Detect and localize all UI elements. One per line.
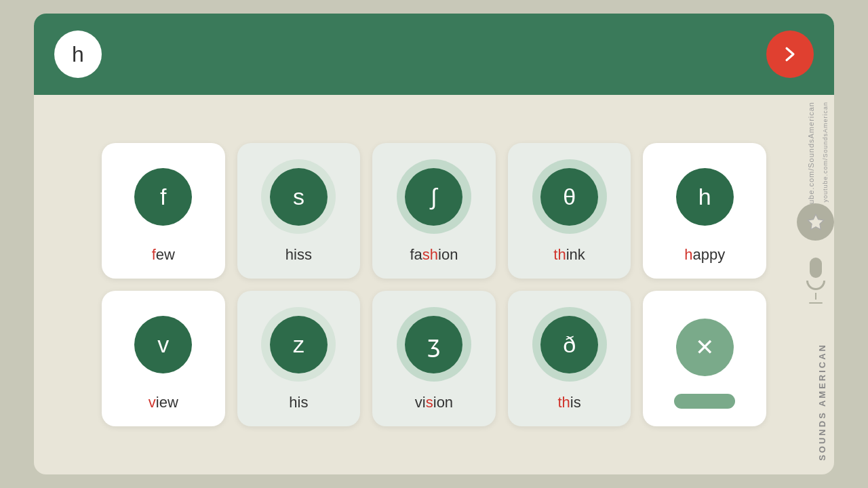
card-symbol-view: v xyxy=(134,316,192,373)
card-label-vision: vision xyxy=(415,394,453,411)
mic-body xyxy=(810,258,822,278)
card-circle-his: z xyxy=(261,307,336,382)
card-symbol-vision: ʒ xyxy=(405,316,462,373)
card-label-few: few xyxy=(152,246,175,264)
card-view[interactable]: v view xyxy=(102,291,225,426)
app-container: h youtube.com/SoundsAmerican f few s xyxy=(34,14,834,474)
sounds-american-text: SOUNDS AMERICAN xyxy=(817,343,827,461)
cards-grid: f few s hiss ∫ fashion xyxy=(102,143,766,426)
card-symbol-happy: h xyxy=(676,168,734,226)
header: h xyxy=(34,14,834,95)
card-label-this: this xyxy=(557,394,580,411)
card-circle-think: θ xyxy=(532,159,607,234)
card-symbol-think: θ xyxy=(540,168,598,226)
star-icon xyxy=(806,213,825,232)
card-label-fashion: fashion xyxy=(410,246,458,264)
card-circle-few: f xyxy=(126,159,201,234)
card-empty[interactable]: ✕ xyxy=(643,291,766,426)
card-circle-happy: h xyxy=(667,159,742,234)
card-this[interactable]: ð this xyxy=(508,291,631,426)
card-label-happy: happy xyxy=(684,246,725,264)
next-button[interactable] xyxy=(766,30,814,78)
card-circle-empty: ✕ xyxy=(667,310,742,384)
card-happy[interactable]: h happy xyxy=(643,143,766,279)
pill-button[interactable] xyxy=(674,394,735,409)
star-circle xyxy=(797,203,834,241)
card-symbol-this: ð xyxy=(540,316,598,373)
microphone-area xyxy=(797,258,834,304)
card-vision[interactable]: ʒ vision xyxy=(372,291,496,426)
card-his[interactable]: z his xyxy=(237,291,361,426)
header-letter-badge: h xyxy=(54,30,102,78)
card-symbol-hiss: s xyxy=(270,168,328,226)
card-circle-vision: ʒ xyxy=(397,307,471,382)
mic-pole xyxy=(815,293,816,300)
card-circle-view: v xyxy=(126,307,201,382)
arrow-right-icon xyxy=(780,44,800,64)
card-symbol-fashion: ∫ xyxy=(405,168,462,226)
card-hiss[interactable]: s hiss xyxy=(237,143,361,279)
card-symbol-few: f xyxy=(134,168,192,226)
card-think[interactable]: θ think xyxy=(508,143,631,279)
card-few[interactable]: f few xyxy=(102,143,225,279)
card-symbol-his: z xyxy=(270,316,328,373)
card-label-his: his xyxy=(289,394,308,411)
card-label-think: think xyxy=(553,246,585,264)
main-content: f few s hiss ∫ fashion xyxy=(34,95,834,474)
header-letter: h xyxy=(72,42,84,67)
youtube-side-text: youtube.com/SoundsAmerican xyxy=(822,102,829,203)
card-label-hiss: hiss xyxy=(285,246,312,264)
card-circle-fashion: ∫ xyxy=(397,159,471,234)
card-label-view: view xyxy=(149,394,178,411)
card-symbol-empty: ✕ xyxy=(676,319,734,376)
mic-stand xyxy=(806,281,825,290)
mic-base xyxy=(809,302,823,304)
card-fashion[interactable]: ∫ fashion xyxy=(372,143,496,279)
card-circle-this: ð xyxy=(532,307,607,382)
card-circle-hiss: s xyxy=(261,159,336,234)
star-badge-area xyxy=(797,203,834,241)
